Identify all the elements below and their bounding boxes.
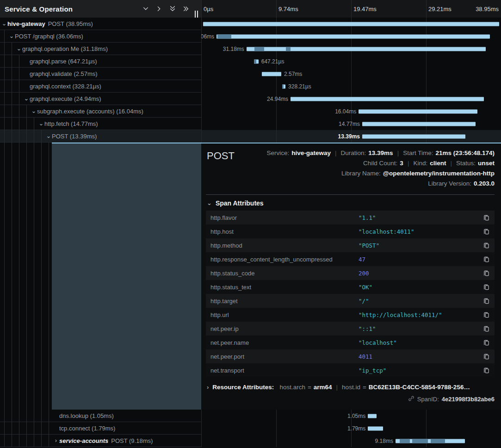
attribute-row: http.flavor"1.1" <box>206 211 495 224</box>
indent-guides <box>1 422 53 434</box>
resource-attributes-toggle[interactable]: › Resource Attributes: host.arch=arm64|h… <box>206 384 495 391</box>
span-row[interactable]: graphql.context (328.21µs)328.21µs <box>0 80 501 93</box>
attribute-value: "::1" <box>359 325 483 332</box>
attribute-key: http.target <box>210 298 359 305</box>
panel-resize-handle[interactable] <box>195 11 198 18</box>
span-duration-label: 328.21µs <box>288 83 311 90</box>
resource-value: BC62E13B-C4CC-5854-9788-256… <box>369 384 470 391</box>
span-row[interactable]: ⌄http.fetch (14.77ms)14.77ms <box>0 118 501 130</box>
meta-label: Child Count: <box>363 160 397 167</box>
expander-caret-icon[interactable]: ⌄ <box>8 34 15 38</box>
span-row[interactable]: ›service-accountsPOST (9.18ms)9.18ms <box>0 435 501 447</box>
span-timeline-cell: 36.06ms <box>201 30 501 43</box>
equals-sign: = <box>363 384 366 391</box>
span-duration-bar[interactable] <box>203 22 499 26</box>
span-duration-bar[interactable] <box>359 109 477 113</box>
expander-caret-icon[interactable]: ⌄ <box>31 109 37 113</box>
meta-value: @opentelemetry/instrumentation-http <box>383 170 495 177</box>
copy-icon[interactable] <box>483 367 490 374</box>
attribute-value: "localhost:4011" <box>359 228 483 235</box>
attribute-key: net.peer.ip <box>210 325 359 332</box>
attribute-key: http.method <box>210 242 359 249</box>
expand-all-icon[interactable] <box>183 6 189 12</box>
span-duration-bar[interactable] <box>368 414 377 418</box>
expander-caret-icon[interactable]: ⌄ <box>45 134 52 138</box>
span-detail-row: POST Service:hive-gateway|Duration:13.39… <box>0 143 501 410</box>
span-timeline-cell: 1.79ms <box>201 422 501 435</box>
resource-separator: | <box>336 384 338 391</box>
meta-separator: | <box>397 149 399 156</box>
span-duration-bar[interactable] <box>362 134 465 138</box>
collapse-all-icon[interactable] <box>169 6 176 12</box>
span-row[interactable]: graphql.validate (2.57ms)2.57ms <box>0 68 501 80</box>
span-duration-bar[interactable] <box>262 72 281 76</box>
span-duration-bar[interactable] <box>362 122 476 126</box>
span-duration-label: 24.94ms <box>267 96 288 102</box>
indent-guides <box>1 68 23 80</box>
span-duration-bar[interactable] <box>368 426 383 430</box>
span-row[interactable]: ⌄graphql.operation Me (31.18ms)31.18ms <box>0 43 501 55</box>
copy-icon[interactable] <box>483 214 490 221</box>
copy-icon[interactable] <box>483 325 490 332</box>
span-timeline-cell: 1.05ms <box>201 410 501 422</box>
copy-icon[interactable] <box>483 353 490 360</box>
span-duration-bar[interactable] <box>291 97 484 101</box>
copy-icon[interactable] <box>483 298 490 305</box>
span-row[interactable]: dns.lookup (1.05ms)1.05ms <box>0 410 501 422</box>
expander-caret-icon[interactable]: › <box>53 438 59 443</box>
chevron-right-icon: › <box>207 385 209 390</box>
span-row[interactable]: ⌄graphql.execute (24.94ms)24.94ms <box>0 93 501 105</box>
copy-icon[interactable] <box>483 256 490 263</box>
attribute-key: http.url <box>210 311 359 318</box>
expander-caret-icon[interactable]: ⌄ <box>1 21 7 26</box>
attribute-value: "ip_tcp" <box>359 367 483 374</box>
attribute-value: "POST" <box>359 242 483 249</box>
equals-sign: = <box>308 384 311 391</box>
span-row-label: graphql.parse (647.21µs) <box>0 55 201 68</box>
span-duration-bar[interactable] <box>216 34 490 38</box>
span-rows-bottom: dns.lookup (1.05ms)1.05mstcp.connect (1.… <box>0 410 501 447</box>
span-row[interactable]: ⌄POST /graphql (36.06ms)36.06ms <box>0 30 501 43</box>
span-row[interactable]: ⌄subgraph.execute (accounts) (16.04ms)16… <box>0 105 501 118</box>
indent-guides <box>0 143 52 410</box>
indent-guides <box>1 410 53 422</box>
span-timeline-cell: 9.18ms <box>201 435 501 447</box>
expander-caret-icon[interactable]: ⌄ <box>16 46 22 51</box>
span-row[interactable]: graphql.parse (647.21µs)647.21µs <box>0 55 501 68</box>
copy-icon[interactable] <box>483 228 490 235</box>
expander-caret-icon[interactable]: ⌄ <box>38 121 44 126</box>
span-row-label: ⌄graphql.execute (24.94ms) <box>0 93 201 105</box>
copy-icon[interactable] <box>483 270 490 277</box>
span-row-label: ⌄graphql.operation Me (31.18ms) <box>0 43 201 55</box>
attribute-row: net.transport"ip_tcp" <box>206 363 495 377</box>
span-operation-name: POST (9.18ms) <box>111 437 153 444</box>
meta-value: 21ms (23:56:48.174) <box>435 149 495 156</box>
detail-meta: Service:hive-gateway|Duration:13.39ms|St… <box>266 148 495 189</box>
link-icon[interactable] <box>408 395 414 403</box>
detail-header: POST Service:hive-gateway|Duration:13.39… <box>206 148 495 189</box>
copy-icon[interactable] <box>483 242 490 249</box>
copy-icon[interactable] <box>483 339 490 346</box>
indent-guides <box>1 55 23 67</box>
timeline-tick: 0µs <box>201 6 213 12</box>
expand-one-icon[interactable] <box>156 6 162 12</box>
span-row[interactable]: ⌄hive-gatewayPOST (38.95ms) <box>0 18 501 30</box>
span-row[interactable]: tcp.connect (1.79ms)1.79ms <box>0 422 501 435</box>
copy-icon[interactable] <box>483 311 490 318</box>
copy-icon[interactable] <box>483 284 490 291</box>
attribute-row: http.target"/" <box>206 294 495 308</box>
span-timeline-cell: 24.94ms <box>201 93 501 105</box>
collapse-one-icon[interactable] <box>142 6 149 12</box>
span-duration-bar[interactable] <box>247 47 486 51</box>
attribute-row: net.peer.ip"::1" <box>206 322 495 336</box>
detail-meta-line: Library Version:0.203.0 <box>266 179 495 189</box>
expander-caret-icon[interactable]: ⌄ <box>23 96 30 101</box>
attribute-value: "1.1" <box>359 214 483 221</box>
meta-label: Service: <box>266 149 289 156</box>
span-row[interactable]: ⌄POST (13.39ms)13.39ms <box>0 130 501 143</box>
span-attributes-toggle[interactable]: ⌄ Span Attributes <box>207 199 495 207</box>
span-row-label: ⌄POST /graphql (36.06ms) <box>0 30 201 43</box>
meta-value: unset <box>478 160 495 167</box>
indent-guides <box>1 118 38 130</box>
attribute-value: 4011 <box>359 353 483 360</box>
